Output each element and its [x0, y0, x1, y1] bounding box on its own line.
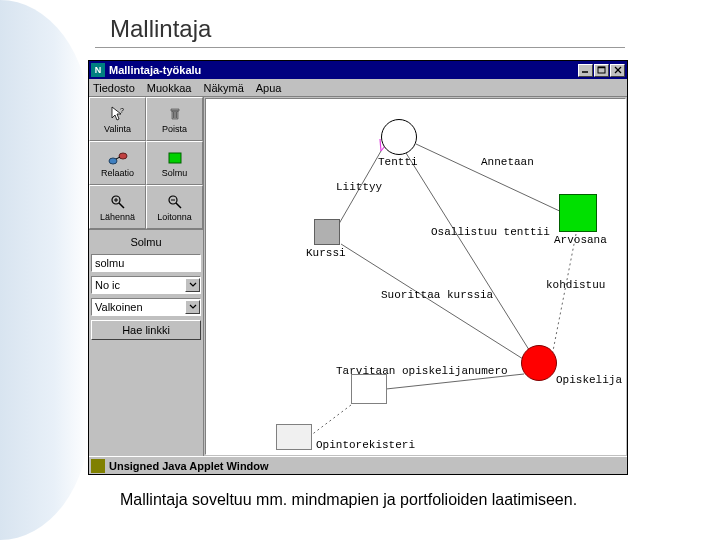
label-arvosana: Arvosana — [554, 234, 607, 246]
tool-relaatio[interactable]: Relaatio — [89, 141, 146, 185]
slide-title: Mallintaja — [110, 15, 211, 43]
titlebar: N Mallintaja-työkalu — [89, 61, 627, 79]
icon-select[interactable]: No ic — [91, 276, 201, 294]
color-select[interactable]: Valkoinen — [91, 298, 201, 316]
svg-line-28 — [306, 405, 351, 439]
slide-sidebar — [0, 0, 90, 540]
svg-line-25 — [551, 234, 576, 361]
section-title: Solmu — [91, 234, 201, 250]
svg-line-18 — [176, 203, 181, 208]
app-icon: N — [91, 63, 105, 77]
node-opiskelija[interactable] — [521, 345, 557, 381]
node-kurssi[interactable] — [314, 219, 340, 245]
workspace: ? Valinta Poista Relaatio Solmu Lä — [89, 97, 627, 456]
zoom-in-icon — [108, 193, 128, 211]
label-opintorekisteri: Opintorekisteri — [316, 439, 415, 451]
relation-icon — [108, 149, 128, 167]
tool-label: Relaatio — [101, 168, 134, 178]
statusbar: Unsigned Java Applet Window — [89, 456, 627, 474]
svg-line-23 — [416, 144, 566, 214]
tool-label: Solmu — [162, 168, 188, 178]
tool-poista[interactable]: Poista — [146, 97, 203, 141]
warning-icon — [91, 459, 105, 473]
trash-icon — [165, 105, 185, 123]
label-osallistuu: Osallistuu tenttii — [431, 226, 550, 238]
menu-muokkaa[interactable]: Muokkaa — [147, 82, 192, 94]
minimize-button[interactable] — [578, 64, 593, 77]
maximize-button[interactable] — [594, 64, 609, 77]
svg-text:?: ? — [120, 107, 124, 114]
tool-label: Lähennä — [100, 212, 135, 222]
app-window: N Mallintaja-työkalu Tiedosto Muokkaa Nä… — [88, 60, 628, 475]
label-tarvitaan: Tarvitaan opiskelijanumero — [336, 365, 508, 377]
label-suorittaa: Suorittaa kurssia — [381, 289, 493, 301]
node-opintorekisteri[interactable] — [276, 424, 312, 450]
node-tarvitaan[interactable] — [351, 374, 387, 404]
tool-label: Poista — [162, 124, 187, 134]
svg-rect-12 — [169, 153, 181, 163]
chevron-down-icon — [185, 300, 200, 314]
select-value: No ic — [92, 279, 185, 291]
canvas[interactable]: Tentti Annetaan Liittyy Arvosana Osallis… — [205, 98, 626, 455]
slide-underline — [95, 47, 625, 48]
menu-nakyma[interactable]: Näkymä — [203, 82, 243, 94]
node-name-input[interactable] — [91, 254, 201, 272]
label-kohdistuu: kohdistuu — [546, 279, 605, 291]
menu-tiedosto[interactable]: Tiedosto — [93, 82, 135, 94]
label-liittyy: Liittyy — [336, 181, 382, 193]
node-icon — [165, 149, 185, 167]
fetch-link-button[interactable]: Hae linkki — [91, 320, 201, 340]
zoom-out-icon — [165, 193, 185, 211]
window-title: Mallintaja-työkalu — [109, 64, 578, 76]
label-tentti: Tentti — [378, 156, 418, 168]
svg-point-9 — [109, 158, 117, 164]
tool-valinta[interactable]: ? Valinta — [89, 97, 146, 141]
tool-panel: ? Valinta Poista Relaatio Solmu Lä — [89, 97, 204, 456]
label-annetaan: Annetaan — [481, 156, 534, 168]
svg-line-26 — [341, 244, 531, 364]
tool-label: Loitonna — [157, 212, 192, 222]
label-opiskelija: Opiskelija — [556, 374, 622, 386]
tool-label: Valinta — [104, 124, 131, 134]
status-text: Unsigned Java Applet Window — [109, 460, 269, 472]
properties-panel: Solmu No ic Valkoinen Hae linkki — [89, 230, 203, 344]
chevron-down-icon — [185, 278, 200, 292]
tool-solmu[interactable]: Solmu — [146, 141, 203, 185]
svg-point-10 — [119, 153, 127, 159]
node-tentti[interactable] — [381, 119, 417, 155]
cursor-icon: ? — [108, 105, 128, 123]
tool-grid: ? Valinta Poista Relaatio Solmu Lä — [89, 97, 203, 230]
svg-line-24 — [406, 153, 536, 361]
svg-line-14 — [119, 203, 124, 208]
edges-layer — [206, 99, 626, 455]
node-arvosana[interactable] — [559, 194, 597, 232]
close-button[interactable] — [610, 64, 625, 77]
menubar: Tiedosto Muokkaa Näkymä Apua — [89, 79, 627, 97]
tool-loitonna[interactable]: Loitonna — [146, 185, 203, 229]
label-kurssi: Kurssi — [306, 247, 346, 259]
select-value: Valkoinen — [92, 301, 185, 313]
tool-lahenna[interactable]: Lähennä — [89, 185, 146, 229]
menu-apua[interactable]: Apua — [256, 82, 282, 94]
slide-caption: Mallintaja soveltuu mm. mindmapien ja po… — [120, 490, 640, 509]
